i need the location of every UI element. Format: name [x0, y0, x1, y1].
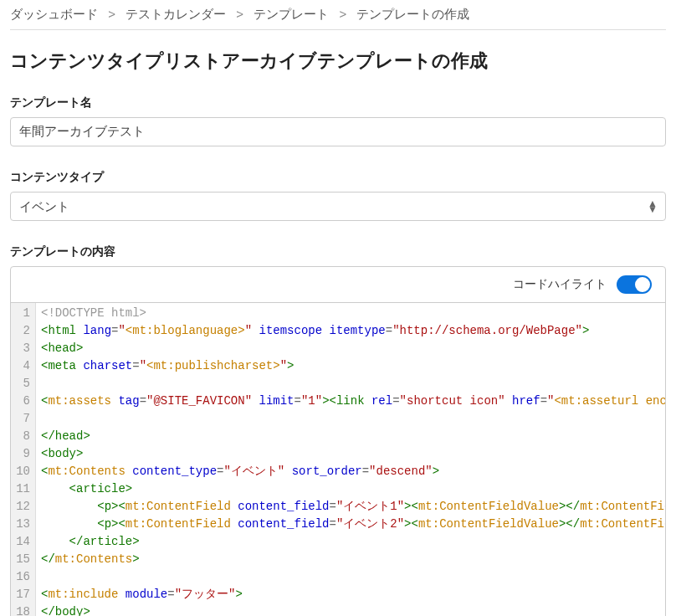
chevron-right-icon: > [108, 7, 115, 21]
template-name-label: テンプレート名 [10, 95, 666, 110]
code-editor-container: コードハイライト 1 2 3 4 5 6 7 8 9 10 11 12 13 1… [10, 266, 666, 616]
chevron-right-icon: > [339, 7, 346, 21]
code-editor[interactable]: 1 2 3 4 5 6 7 8 9 10 11 12 13 14 15 16 1… [11, 303, 665, 616]
code-highlight-label: コードハイライト [513, 277, 607, 292]
chevron-right-icon: > [236, 7, 243, 21]
breadcrumb-templates[interactable]: テンプレート [254, 7, 329, 21]
code-gutter: 1 2 3 4 5 6 7 8 9 10 11 12 13 14 15 16 1… [11, 303, 36, 616]
content-type-field: コンテンツタイプ イベント ▲▼ [10, 170, 666, 221]
template-name-field: テンプレート名 [10, 95, 666, 146]
page-title: コンテンツタイプリストアーカイブテンプレートの作成 [10, 49, 666, 74]
breadcrumb-current: テンプレートの作成 [356, 7, 469, 21]
toggle-knob [635, 277, 650, 292]
template-body-field: テンプレートの内容 コードハイライト 1 2 3 4 5 6 7 8 9 10 … [10, 244, 666, 616]
code-highlight-toggle[interactable] [617, 275, 652, 294]
code-lines[interactable]: <!DOCTYPE html> <html lang="<mt:bloglang… [36, 303, 665, 616]
content-type-select[interactable]: イベント [10, 192, 666, 221]
template-body-label: テンプレートの内容 [10, 244, 666, 259]
breadcrumb-test-calendar[interactable]: テストカレンダー [125, 7, 226, 21]
editor-toolbar: コードハイライト [11, 267, 665, 303]
breadcrumb-dashboard[interactable]: ダッシュボード [10, 7, 98, 21]
content-type-label: コンテンツタイプ [10, 170, 666, 185]
breadcrumb: ダッシュボード > テストカレンダー > テンプレート > テンプレートの作成 [10, 0, 666, 30]
template-name-input[interactable] [10, 117, 666, 146]
